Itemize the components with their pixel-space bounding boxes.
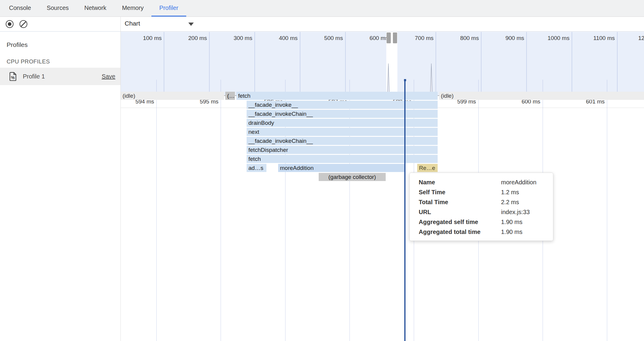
sidebar: Profiles CPU PROFILES % Profile 1 Save [0,17,121,341]
tooltip-value: 1.2 ms [501,189,519,196]
flame-bar--idle-[interactable]: (idle) [121,92,224,100]
flame-bar--facade-invoke-[interactable]: __facade_invoke__ [247,101,438,109]
flame-bar--facade-invokechain-[interactable]: __facade_invokeChain__ [247,137,438,145]
tab-profiler[interactable]: Profiler [151,0,186,17]
tooltip-label: Aggregated total time [419,229,501,235]
tooltip-row: Aggregated total time1.90 ms [410,227,553,237]
save-profile-link[interactable]: Save [102,73,115,80]
flame-gridline [156,80,157,341]
tooltip-row: NamemoreAddition [410,177,553,187]
flame-bar--facade-invokechain-[interactable]: __facade_invokeChain__ [247,110,438,118]
tab-network[interactable]: Network [77,0,114,17]
profiles-title: Profiles [7,41,28,48]
flame-bar-next[interactable]: next [247,128,438,136]
tooltip-row: Self Time1.2 ms [410,187,553,197]
tooltip-label: Total Time [419,199,501,206]
tab-bar: ConsoleSourcesNetworkMemoryProfiler [0,0,644,17]
flame-bar-fetchdispatcher[interactable]: fetchDispatcher [247,146,438,154]
record-dot-icon [8,22,11,26]
flame-chart: 594 ms595 ms596 ms597 ms598 ms599 ms600 … [121,17,644,341]
tooltip-label: Aggregated self time [419,219,501,226]
record-profile-icon[interactable] [6,20,14,28]
tab-memory[interactable]: Memory [114,0,151,17]
svg-text:%: % [11,75,14,80]
profile-name: Profile 1 [23,73,102,80]
tooltip-row: Aggregated self time1.90 ms [410,217,553,227]
flame-bar-drainbody[interactable]: drainBody [247,119,438,127]
flame-bar-fetch[interactable]: fetch [236,92,438,100]
flame-bar--[interactable]: (… [225,92,235,100]
tooltip-value: index.js:33 [501,209,530,216]
clear-profiles-icon[interactable] [20,20,27,28]
tooltip-label: Name [419,179,501,186]
profile-list-item[interactable]: % Profile 1 Save [0,68,120,85]
flame-bar-re-e[interactable]: Re…e [417,164,438,172]
tooltip-value: 2.2 ms [501,199,519,206]
tooltip-value: moreAddition [501,179,536,186]
web-inspector: ConsoleSourcesNetworkMemoryProfiler Prof… [0,0,644,341]
playhead-line[interactable] [404,80,406,341]
cpu-profiles-section-title: CPU PROFILES [7,58,50,65]
flame-bar--garbage-collector-[interactable]: (garbage collector) [319,173,386,181]
profiler-controls [0,17,120,32]
flame-bar--idle-[interactable]: (idle) [439,92,644,100]
tooltip-value: 1.90 ms [501,219,522,226]
tab-sources[interactable]: Sources [39,0,76,17]
tooltip-row: URLindex.js:33 [410,207,553,217]
frame-tooltip: NamemoreAdditionSelf Time1.2 msTotal Tim… [409,173,553,241]
flame-gridline [607,80,607,341]
tooltip-value: 1.90 ms [501,229,522,235]
tooltip-row: Total Time2.2 ms [410,197,553,207]
tooltip-label: URL [419,209,501,216]
profiler-main: Chart 100 ms200 ms300 ms400 ms500 ms600 … [121,17,644,341]
flame-bar-fetch[interactable]: fetch [247,155,438,163]
profile-document-icon: % [9,72,17,81]
tab-console[interactable]: Console [1,0,39,17]
flame-gridline [220,80,221,341]
flame-bar-ad-s[interactable]: ad…s [247,164,266,172]
tooltip-label: Self Time [419,189,501,196]
flame-bar-moreaddition[interactable]: moreAddition [278,164,404,172]
